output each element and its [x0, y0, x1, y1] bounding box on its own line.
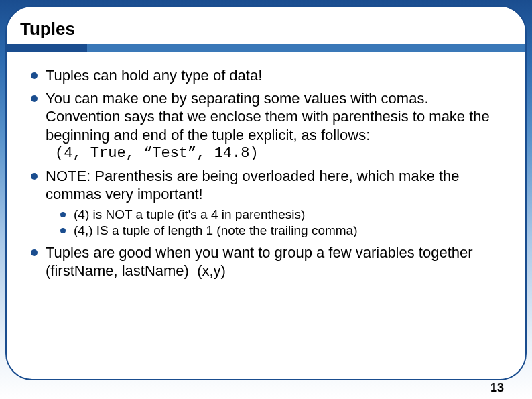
- sub-bullet-item: (4,) IS a tuple of length 1 (note the tr…: [60, 223, 505, 239]
- divider-segment-light: [87, 44, 525, 52]
- slide-title: Tuples: [20, 19, 505, 40]
- sub-bullet-item: (4) is NOT a tuple (it's a 4 in parenthe…: [60, 207, 505, 223]
- bullet-item: Tuples can hold any type of data!: [31, 66, 505, 85]
- bullet-item: Tuples are good when you want to group a…: [31, 243, 505, 280]
- bullet-item: You can make one by separating some valu…: [31, 89, 505, 163]
- slide-card: Tuples Tuples can hold any type of data!…: [5, 5, 527, 380]
- title-divider: [7, 44, 525, 52]
- sub-bullet-text: (4) is NOT a tuple (it's a 4 in parenthe…: [74, 207, 305, 221]
- bullet-text: Tuples are good when you want to group a…: [46, 244, 473, 280]
- bullet-list: Tuples can hold any type of data! You ca…: [31, 66, 505, 280]
- bullet-text: Tuples can hold any type of data!: [46, 67, 262, 84]
- bullet-item: NOTE: Parenthesis are being overloaded h…: [31, 167, 505, 239]
- bullet-text: You can make one by separating some valu…: [46, 90, 490, 144]
- slide-content: Tuples can hold any type of data! You ca…: [27, 66, 505, 280]
- sub-bullet-list: (4) is NOT a tuple (it's a 4 in parenthe…: [46, 207, 505, 239]
- bullet-text: NOTE: Parenthesis are being overloaded h…: [46, 168, 460, 203]
- divider-segment-dark: [7, 44, 87, 52]
- code-snippet: (4, True, “Test”, 14.8): [46, 144, 505, 163]
- page-number: 13: [490, 381, 504, 395]
- sub-bullet-text: (4,) IS a tuple of length 1 (note the tr…: [74, 223, 358, 237]
